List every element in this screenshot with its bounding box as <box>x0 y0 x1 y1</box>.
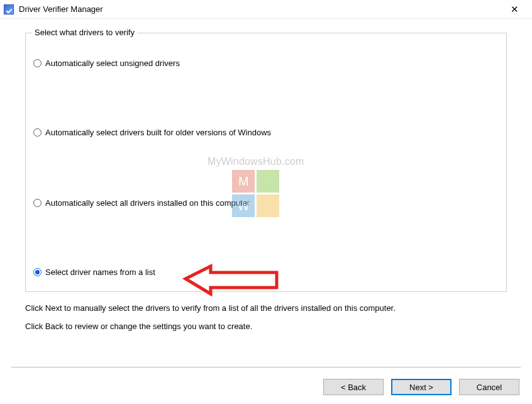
drivers-groupbox: Select what drivers to verify Automatica… <box>25 33 507 292</box>
window-title: Driver Verifier Manager <box>19 4 502 14</box>
help-line-2: Click Back to review or change the setti… <box>25 322 507 331</box>
radio-older-windows[interactable]: Automatically select drivers built for o… <box>33 125 271 140</box>
radio-all-drivers[interactable]: Automatically select all drivers install… <box>33 196 250 210</box>
radio-icon <box>33 128 42 137</box>
separator <box>11 367 521 368</box>
titlebar: Driver Verifier Manager ✕ <box>0 0 532 19</box>
radio-icon <box>33 199 42 207</box>
radio-unsigned-drivers[interactable]: Automatically select unsigned drivers <box>33 56 180 70</box>
close-button[interactable]: ✕ <box>502 1 527 18</box>
wizard-buttons: < Back Next > Cancel <box>323 379 519 395</box>
radio-label: Select driver names from a list <box>45 267 155 277</box>
close-icon: ✕ <box>511 4 519 15</box>
radio-label: Automatically select unsigned drivers <box>45 59 180 68</box>
content-area: Select what drivers to verify Automatica… <box>0 19 532 346</box>
help-line-1: Click Next to manually select the driver… <box>25 303 507 313</box>
radio-label: Automatically select all drivers install… <box>45 198 250 208</box>
app-icon <box>4 4 14 14</box>
radio-label: Automatically select drivers built for o… <box>45 128 271 137</box>
next-button[interactable]: Next > <box>391 379 452 395</box>
radio-icon <box>33 268 42 276</box>
radio-icon <box>33 59 42 67</box>
help-text: Click Next to manually select the driver… <box>25 292 507 331</box>
back-button[interactable]: < Back <box>323 379 384 395</box>
cancel-button[interactable]: Cancel <box>459 379 519 395</box>
radio-select-from-list[interactable]: Select driver names from a list <box>33 265 155 279</box>
groupbox-legend: Select what drivers to verify <box>32 28 137 37</box>
